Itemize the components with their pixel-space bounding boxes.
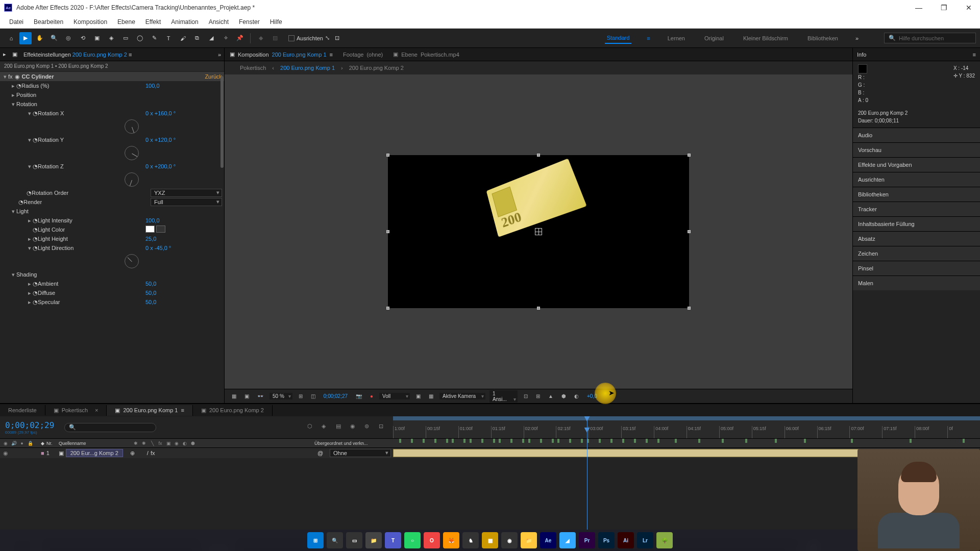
brush-tool[interactable]: 🖌 — [177, 32, 189, 44]
breadcrumb-back-icon[interactable]: ‹ — [272, 65, 274, 71]
tool-extra-2[interactable]: ▨ — [269, 32, 281, 44]
stopwatch-icon[interactable]: ◔ — [33, 110, 38, 117]
keyframe-mark[interactable] — [552, 439, 554, 443]
keyframe-mark[interactable] — [599, 439, 601, 443]
acc-zeichen[interactable]: Zeichen — [853, 246, 980, 261]
keyframe-mark[interactable] — [851, 439, 853, 443]
col-switch-icon[interactable]: ◐ — [181, 441, 188, 446]
views-dropdown[interactable]: 1 Ansi... — [489, 390, 518, 403]
keyframe-mark[interactable] — [657, 439, 659, 443]
keyframe-mark[interactable] — [470, 439, 472, 443]
info-panel-header[interactable]: Info≡ — [853, 48, 980, 61]
breadcrumb-forward-icon[interactable]: › — [341, 65, 343, 71]
menu-effekt[interactable]: Effekt — [140, 16, 166, 28]
col-switch-icon[interactable]: ⬢ — [189, 441, 197, 446]
selection-handle[interactable] — [688, 230, 691, 233]
rotz-dial[interactable] — [125, 172, 139, 187]
keyframe-mark[interactable] — [910, 439, 912, 443]
keyframe-mark[interactable] — [434, 439, 436, 443]
workspace-overflow-icon[interactable]: » — [855, 35, 859, 41]
stopwatch-icon[interactable]: ◔ — [33, 245, 38, 252]
tl-tool-icon[interactable]: ◈ — [322, 423, 331, 432]
selection-handle[interactable] — [688, 154, 691, 157]
panel-overflow-icon[interactable]: » — [218, 52, 221, 58]
keyframe-mark[interactable] — [499, 439, 501, 443]
vf-icon[interactable]: ▦ — [427, 393, 435, 399]
ruler-tick[interactable]: 04:15f — [687, 426, 719, 438]
acc-pinsel[interactable]: Pinsel — [853, 261, 980, 276]
keyframe-mark[interactable] — [569, 439, 571, 443]
col-label-icon[interactable]: ◆ — [41, 441, 44, 446]
ruler-tick[interactable]: 05:00f — [719, 426, 752, 438]
camera-dropdown[interactable]: Aktive Kamera — [439, 393, 485, 399]
taskbar-search[interactable]: 🔍 — [327, 532, 343, 548]
vf-icon[interactable]: ▦ — [230, 393, 238, 399]
keyframe-mark[interactable] — [452, 439, 454, 443]
shape-tool[interactable]: ▭ — [119, 32, 132, 44]
acc-tracker[interactable]: Tracker — [853, 202, 980, 216]
keyframe-mark[interactable] — [581, 439, 583, 443]
ruler-tick[interactable]: 01:15f — [491, 426, 524, 438]
scrollbar-thumb[interactable] — [220, 76, 224, 168]
acc-absatz[interactable]: Absatz — [853, 232, 980, 246]
workspace-lernen[interactable]: Lernen — [666, 33, 687, 43]
acc-ausrichten[interactable]: Ausrichten — [853, 172, 980, 187]
help-search-input[interactable]: 🔍 Hilfe durchsuchen — [884, 33, 976, 43]
viewer-timecode[interactable]: 0;00;02;27 — [322, 393, 350, 399]
tl-tab-pokertisch[interactable]: ▣Pokertisch× — [45, 405, 107, 416]
panel-menu-icon[interactable]: ≡ — [973, 52, 976, 58]
timeline-search[interactable]: 🔍 — [64, 423, 156, 432]
rotate-tool[interactable]: ⟲ — [77, 32, 89, 44]
maximize-button[interactable]: ❐ — [937, 3, 951, 13]
stopwatch-icon[interactable]: ◔ — [33, 290, 38, 296]
taskbar-lr[interactable]: Lr — [637, 532, 653, 548]
visibility-icon[interactable]: ◉ — [15, 73, 20, 80]
home-icon[interactable]: ⌂ — [5, 32, 17, 44]
vf-icon[interactable]: ▲ — [546, 393, 555, 399]
render-dropdown[interactable]: Full — [151, 198, 222, 206]
selection-handle[interactable] — [386, 230, 389, 233]
stopwatch-icon[interactable]: ◔ — [16, 83, 21, 89]
stopwatch-icon[interactable]: ◔ — [33, 299, 38, 306]
layer-label-color[interactable]: ■ — [41, 450, 44, 456]
orbit-tool[interactable]: ◎ — [62, 32, 75, 44]
vf-icon[interactable]: ▣ — [242, 393, 251, 399]
acc-fuellung[interactable]: Inhaltsbasierte Füllung — [853, 217, 980, 231]
selection-handle[interactable] — [386, 307, 389, 310]
workspace-original[interactable]: Original — [702, 33, 726, 43]
taskbar-taskview[interactable]: ▭ — [346, 532, 362, 548]
keyframe-mark[interactable] — [493, 439, 495, 443]
keyframe-mark[interactable] — [557, 439, 559, 443]
comp-tab-footage[interactable]: Footage (ohne) — [343, 52, 383, 58]
composition-canvas[interactable] — [388, 155, 689, 308]
eraser-tool[interactable]: ◢ — [205, 32, 217, 44]
keyframe-mark[interactable] — [446, 439, 448, 443]
selection-handle[interactable] — [688, 307, 691, 310]
taskbar-opera[interactable]: O — [424, 532, 440, 548]
breadcrumb-item[interactable]: Pokertisch — [240, 65, 266, 71]
puppet-tool[interactable]: 📌 — [234, 32, 246, 44]
taskbar-app1[interactable]: ♞ — [462, 532, 479, 548]
menu-datei[interactable]: Datei — [4, 16, 29, 28]
ruler-tick[interactable]: 00:15f — [426, 426, 458, 438]
vf-icon[interactable]: ⬢ — [559, 393, 568, 399]
col-video-icon[interactable]: ◉ — [2, 441, 9, 446]
keyframe-mark[interactable] — [463, 439, 465, 443]
acc-effekte[interactable]: Effekte und Vorgaben — [853, 158, 980, 172]
eyedropper-icon[interactable] — [156, 226, 165, 233]
ruler-tick[interactable]: 07:00f — [849, 426, 882, 438]
diffuse-value[interactable]: 50,0 — [145, 290, 222, 296]
rotx-dial[interactable] — [125, 119, 139, 134]
col-audio-icon[interactable]: 🔊 — [10, 441, 17, 446]
col-switch-icon[interactable]: ✱ — [132, 441, 139, 446]
menu-ansicht[interactable]: Ansicht — [204, 16, 234, 28]
vf-icon[interactable]: ▣ — [414, 393, 423, 399]
acc-malen[interactable]: Malen — [853, 276, 980, 290]
effect-panel-tab[interactable]: Effekteinstellungen 200 Euro.png Komp 2 … — [23, 52, 132, 58]
ruler-tick[interactable]: 02:00f — [524, 426, 556, 438]
fx-icon[interactable]: fx — [8, 73, 13, 80]
breadcrumb-item[interactable]: 200 Euro.png Komp 1 — [280, 65, 335, 71]
vf-icon[interactable]: ◐ — [572, 393, 581, 399]
keyframe-mark[interactable] — [423, 439, 425, 443]
pan-behind-tool[interactable]: ◈ — [105, 32, 117, 44]
